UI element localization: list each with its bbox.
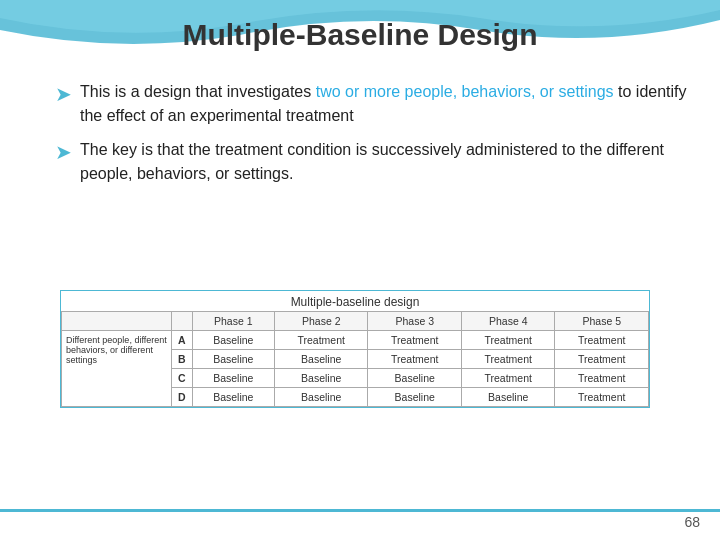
col-header-label [62, 312, 172, 331]
diagram-title: Multiple-baseline design [61, 291, 649, 311]
cell-c1: Baseline [192, 369, 274, 388]
cell-a5: Treatment [555, 331, 649, 350]
diagram-area: Multiple-baseline design Phase 1 Phase 2… [60, 290, 700, 408]
bullet-icon-2: ➤ [55, 140, 72, 164]
row-letter-d: D [172, 388, 193, 407]
cell-a4: Treatment [461, 331, 555, 350]
diagram-box: Multiple-baseline design Phase 1 Phase 2… [60, 290, 650, 408]
bullet-icon-1: ➤ [55, 82, 72, 106]
row-letter-c: C [172, 369, 193, 388]
cell-d5: Treatment [555, 388, 649, 407]
cell-d2: Baseline [274, 388, 368, 407]
cell-c3: Baseline [368, 369, 462, 388]
bullet-item-1: ➤ This is a design that investigates two… [55, 80, 690, 128]
bullet-text-2: The key is that the treatment condition … [80, 138, 690, 186]
cell-c4: Treatment [461, 369, 555, 388]
highlight-1: two or more people, behaviors, or settin… [316, 83, 614, 100]
row-letter-a: A [172, 331, 193, 350]
col-header-letter [172, 312, 193, 331]
cell-b5: Treatment [555, 350, 649, 369]
bullet-item-2: ➤ The key is that the treatment conditio… [55, 138, 690, 186]
page-title: Multiple-Baseline Design [182, 18, 537, 51]
bottom-line [0, 509, 720, 512]
slide: Multiple-Baseline Design ➤ This is a des… [0, 0, 720, 540]
bullet-text-1: This is a design that investigates two o… [80, 80, 690, 128]
page-number: 68 [684, 514, 700, 530]
cell-d1: Baseline [192, 388, 274, 407]
cell-b2: Baseline [274, 350, 368, 369]
col-header-phase5: Phase 5 [555, 312, 649, 331]
col-header-phase3: Phase 3 [368, 312, 462, 331]
cell-c2: Baseline [274, 369, 368, 388]
cell-b3: Treatment [368, 350, 462, 369]
cell-a3: Treatment [368, 331, 462, 350]
table-header-row: Phase 1 Phase 2 Phase 3 Phase 4 Phase 5 [62, 312, 649, 331]
cell-a2: Treatment [274, 331, 368, 350]
col-header-phase2: Phase 2 [274, 312, 368, 331]
cell-d3: Baseline [368, 388, 462, 407]
cell-d4: Baseline [461, 388, 555, 407]
cell-b4: Treatment [461, 350, 555, 369]
cell-b1: Baseline [192, 350, 274, 369]
content-area: ➤ This is a design that investigates two… [55, 80, 690, 196]
row-label: Different people, different behaviors, o… [62, 331, 172, 407]
col-header-phase4: Phase 4 [461, 312, 555, 331]
cell-c5: Treatment [555, 369, 649, 388]
cell-a1: Baseline [192, 331, 274, 350]
diagram-table: Phase 1 Phase 2 Phase 3 Phase 4 Phase 5 … [61, 311, 649, 407]
row-letter-b: B [172, 350, 193, 369]
col-header-phase1: Phase 1 [192, 312, 274, 331]
table-row: Different people, different behaviors, o… [62, 331, 649, 350]
title-area: Multiple-Baseline Design [80, 18, 640, 52]
